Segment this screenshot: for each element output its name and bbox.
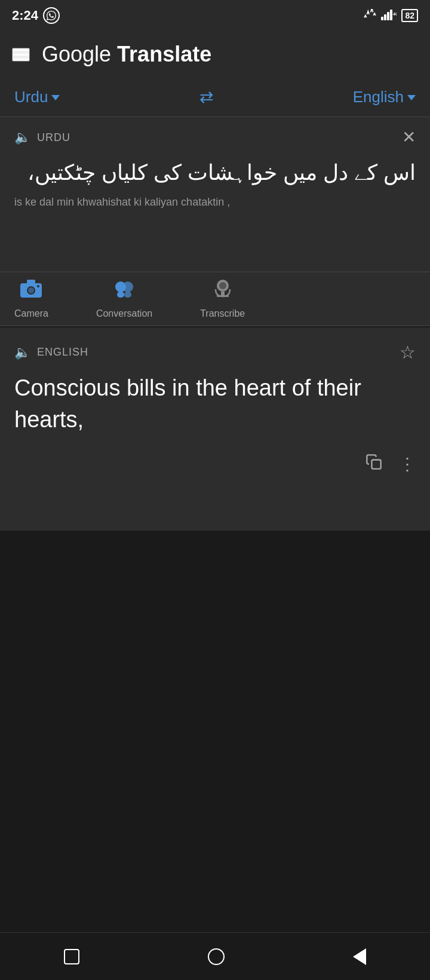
target-language-button[interactable]: English bbox=[353, 88, 416, 106]
svg-point-7 bbox=[28, 287, 34, 293]
conversation-label: Conversation bbox=[96, 308, 152, 319]
target-lang-dropdown-icon bbox=[407, 95, 416, 100]
home-icon bbox=[64, 949, 79, 964]
clear-input-button[interactable]: ✕ bbox=[402, 129, 416, 146]
time-display: 2:24 bbox=[12, 8, 38, 23]
home-nav-button[interactable] bbox=[64, 949, 79, 964]
menu-button[interactable] bbox=[12, 48, 30, 62]
more-options-button[interactable]: ⋮ bbox=[399, 454, 416, 474]
back-nav-button[interactable] bbox=[353, 948, 366, 965]
whatsapp-icon bbox=[43, 7, 60, 24]
conversation-tool-button[interactable]: Conversation bbox=[96, 278, 152, 319]
svg-point-9 bbox=[37, 285, 39, 287]
app-title: Google Translate bbox=[42, 42, 211, 67]
language-selector-row: Urdu ⇄ English bbox=[0, 78, 430, 117]
svg-rect-12 bbox=[117, 292, 124, 298]
svg-rect-13 bbox=[124, 292, 131, 298]
transcribe-label: Transcribe bbox=[200, 308, 245, 319]
camera-label: Camera bbox=[14, 308, 48, 319]
translation-lang-label: 🔈 ENGLISH bbox=[14, 345, 88, 360]
recents-nav-button[interactable] bbox=[208, 948, 225, 965]
app-header: Google Translate bbox=[0, 31, 430, 78]
camera-icon bbox=[19, 278, 43, 304]
source-lang-label: 🔈 URDU bbox=[14, 130, 70, 145]
tools-row: Camera Conversation Transcribe bbox=[0, 272, 430, 326]
svg-point-15 bbox=[219, 282, 226, 289]
svg-rect-0 bbox=[381, 17, 383, 20]
copy-icon bbox=[366, 455, 382, 474]
bottom-navigation bbox=[0, 932, 430, 980]
swap-languages-button[interactable]: ⇄ bbox=[199, 87, 213, 107]
translation-text: Conscious bills in the heart of their he… bbox=[14, 372, 416, 436]
more-options-icon: ⋮ bbox=[399, 455, 416, 473]
camera-tool-button[interactable]: Camera bbox=[14, 278, 48, 319]
status-bar: 2:24 4G 82 bbox=[0, 0, 430, 31]
battery-icon: 82 bbox=[401, 9, 418, 22]
svg-point-11 bbox=[122, 281, 133, 292]
swap-icon: ⇄ bbox=[199, 87, 213, 107]
source-text-roman: is ke dal min khwahishat ki kaliyan chat… bbox=[14, 196, 416, 209]
network-icon bbox=[363, 9, 376, 22]
source-text-urdu[interactable]: اس کے دل میں خواہشات کی کلیاں چٹکتیں، bbox=[14, 157, 416, 189]
source-lang-dropdown-icon bbox=[51, 95, 60, 100]
translation-speaker-icon[interactable]: 🔈 bbox=[14, 345, 31, 360]
recents-icon bbox=[208, 948, 225, 965]
conversation-icon bbox=[112, 278, 136, 304]
save-translation-button[interactable]: ☆ bbox=[400, 342, 416, 363]
copy-translation-button[interactable] bbox=[366, 454, 382, 474]
signal-bars-icon: 4G bbox=[381, 10, 397, 22]
svg-rect-18 bbox=[372, 460, 381, 469]
transcribe-tool-button[interactable]: Transcribe bbox=[200, 278, 245, 319]
translation-header: 🔈 ENGLISH ☆ bbox=[14, 342, 416, 363]
source-speaker-icon[interactable]: 🔈 bbox=[14, 130, 31, 145]
source-header: 🔈 URDU ✕ bbox=[14, 129, 416, 146]
svg-rect-1 bbox=[384, 14, 386, 20]
status-icons-area: 4G 82 bbox=[363, 9, 418, 22]
svg-rect-8 bbox=[27, 280, 35, 284]
svg-rect-3 bbox=[390, 10, 392, 20]
star-icon: ☆ bbox=[400, 342, 416, 362]
translation-output-area: 🔈 ENGLISH ☆ Conscious bills in the heart… bbox=[0, 327, 430, 531]
svg-rect-2 bbox=[387, 12, 389, 20]
translation-actions: ⋮ bbox=[14, 454, 416, 474]
svg-text:4G: 4G bbox=[393, 12, 397, 16]
status-time-area: 2:24 bbox=[12, 7, 60, 24]
source-language-button[interactable]: Urdu bbox=[14, 88, 60, 106]
back-icon bbox=[353, 948, 366, 965]
source-input-area: 🔈 URDU ✕ اس کے دل میں خواہشات کی کلیاں چ… bbox=[0, 117, 430, 272]
background-spacer bbox=[0, 531, 430, 932]
transcribe-icon bbox=[211, 278, 235, 304]
